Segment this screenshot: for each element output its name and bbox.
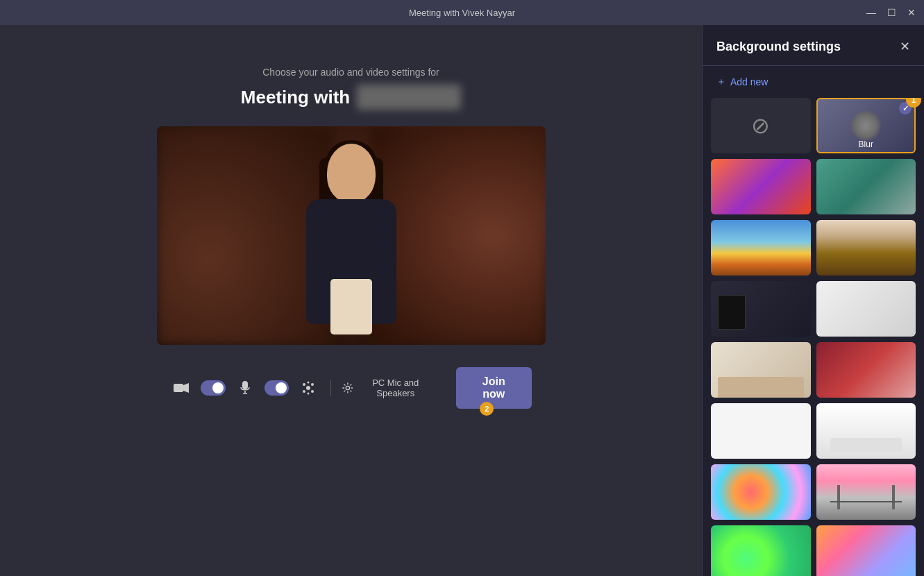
svg-point-10 <box>307 382 309 384</box>
bg-option-lounge1[interactable] <box>816 342 916 398</box>
minimize-button[interactable]: — <box>866 8 876 17</box>
add-new-label: Add new <box>730 76 768 87</box>
join-button-wrapper: Join now 2 <box>442 367 532 409</box>
background-settings-panel: Background settings ✕ ＋ Add new ⊘ 1 ✓ Bl… <box>702 25 924 576</box>
join-now-button[interactable]: Join now <box>456 367 532 409</box>
plus-icon: ＋ <box>716 76 726 88</box>
bg-option-white-room2[interactable] <box>816 403 916 459</box>
camera-icon <box>174 382 189 393</box>
mic-icon <box>240 381 250 395</box>
bg-option-none[interactable]: ⊘ <box>711 98 811 153</box>
main-area: Choose your audio and video settings for… <box>0 25 924 576</box>
person-figure <box>282 137 421 345</box>
svg-marker-1 <box>183 383 189 393</box>
separator <box>330 380 331 396</box>
join-badge: 2 <box>480 402 494 416</box>
background-grid: ⊘ 1 ✓ Blur <box>703 98 924 576</box>
svg-rect-0 <box>174 384 183 392</box>
close-button[interactable]: ✕ <box>907 8 916 17</box>
bg-option-room1[interactable] <box>711 281 811 337</box>
bg-option-office1[interactable] <box>816 159 916 214</box>
window-controls: — ☐ ✕ <box>866 8 916 17</box>
close-panel-button[interactable]: ✕ <box>900 39 910 54</box>
svg-point-6 <box>303 383 305 386</box>
svg-point-11 <box>307 393 309 395</box>
controls-bar: PC Mic and Speakers Join now 2 <box>157 359 546 417</box>
bg-option-bridge[interactable] <box>816 464 916 520</box>
meeting-with-label: Meeting with <box>241 87 350 108</box>
svg-point-7 <box>311 383 314 386</box>
title-bar: Meeting with Vivek Nayyar — ☐ ✕ <box>0 0 924 25</box>
gear-icon <box>342 382 353 394</box>
bg-option-blur[interactable]: ✓ Blur <box>816 98 916 153</box>
svg-point-8 <box>303 390 305 393</box>
bg-option-blur-wrapper: 1 ✓ Blur <box>816 98 916 153</box>
bg-option-colorful1[interactable] <box>711 159 811 214</box>
window-title: Meeting with Vivek Nayyar <box>409 8 515 18</box>
camera-button[interactable] <box>171 375 193 400</box>
svg-rect-2 <box>242 381 248 389</box>
audio-settings-button[interactable]: PC Mic and Speakers <box>342 378 434 398</box>
panel-title: Background settings <box>716 40 841 54</box>
bg-option-balloons-color[interactable] <box>711 464 811 520</box>
bg-option-modern1[interactable] <box>816 281 916 337</box>
bg-option-bedroom1[interactable] <box>711 342 811 398</box>
bg-option-colorful2[interactable] <box>816 525 916 576</box>
bg-option-interior1[interactable] <box>816 220 916 276</box>
panel-header: Background settings ✕ <box>703 25 924 66</box>
person-head <box>327 144 376 203</box>
svg-point-9 <box>311 390 314 393</box>
video-preview <box>157 126 546 345</box>
bg-option-city1[interactable] <box>711 220 811 276</box>
blur-icon <box>852 112 880 139</box>
maximize-button[interactable]: ☐ <box>887 8 896 17</box>
camera-toggle[interactable] <box>201 380 225 396</box>
mic-toggle[interactable] <box>264 380 289 396</box>
no-bg-icon: ⊘ <box>751 112 770 139</box>
add-new-button[interactable]: ＋ Add new <box>703 66 924 98</box>
meeting-title-row: Meeting with <box>241 85 461 110</box>
person-shirt <box>330 279 372 334</box>
mic-button[interactable] <box>234 375 256 400</box>
svg-point-5 <box>306 386 310 390</box>
bg-option-white-room[interactable] <box>711 403 811 459</box>
effects-button[interactable] <box>297 375 319 400</box>
blur-label: Blur <box>818 139 915 149</box>
effects-icon <box>301 381 315 395</box>
meeting-name-blurred <box>357 85 461 110</box>
audio-device-label: PC Mic and Speakers <box>357 378 434 398</box>
bg-option-balloons-green[interactable] <box>711 525 811 576</box>
svg-point-12 <box>346 386 349 389</box>
person-body <box>306 199 396 324</box>
left-panel: Choose your audio and video settings for… <box>0 25 702 576</box>
settings-label: Choose your audio and video settings for <box>262 67 439 78</box>
